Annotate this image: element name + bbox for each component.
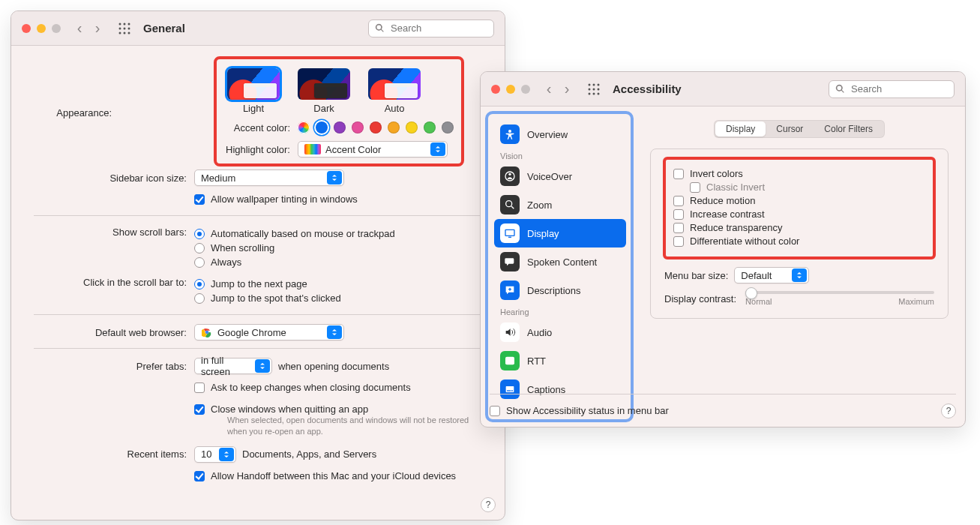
allow-wallpaper-tinting-label: Allow wallpaper tinting in windows xyxy=(211,194,358,205)
sidebar-category: Vision xyxy=(494,148,626,162)
search-input[interactable] xyxy=(389,22,479,34)
tab-color-filters[interactable]: Color Filters xyxy=(814,122,883,136)
show-all-prefs-button[interactable] xyxy=(586,81,602,98)
display-contrast-slider[interactable] xyxy=(745,291,934,294)
ask-keep-changes-checkbox[interactable]: Ask to keep changes when closing documen… xyxy=(194,382,482,393)
window-controls xyxy=(491,85,530,94)
accent-swatch[interactable] xyxy=(424,122,436,134)
sidebar-item-zoom[interactable]: Zoom xyxy=(494,190,626,219)
reduce-motion-checkbox[interactable]: Reduce motion xyxy=(673,195,925,206)
sidebar-icon-size-select[interactable]: Medium xyxy=(194,170,344,186)
checkbox-label: Reduce motion xyxy=(690,195,755,206)
default-browser-value: Google Chrome xyxy=(217,327,286,338)
svg-point-17 xyxy=(593,92,595,94)
zoom-window-button[interactable] xyxy=(521,85,530,94)
help-button[interactable]: ? xyxy=(481,497,496,512)
sidebar-item-voiceover[interactable]: VoiceOver xyxy=(494,162,626,190)
tab-cursor[interactable]: Cursor xyxy=(766,122,814,136)
highlight-color-select[interactable]: Accent Color xyxy=(298,141,448,158)
svg-point-5 xyxy=(128,27,130,29)
grid-icon xyxy=(588,83,600,95)
accent-swatch[interactable] xyxy=(334,122,346,134)
prefer-tabs-suffix: when opening documents xyxy=(278,361,389,372)
checkbox-label: Increase contrast xyxy=(690,208,765,220)
accessibility-sidebar[interactable]: OverviewVisionVoiceOverZoomDisplaySpoken… xyxy=(485,111,634,422)
increase-contrast-checkbox[interactable]: Increase contrast xyxy=(673,208,925,220)
close-windows-quit-label: Close windows when quitting an app xyxy=(211,404,368,415)
recent-items-select[interactable]: 10 xyxy=(194,446,236,463)
svg-point-19 xyxy=(508,130,511,133)
allow-wallpaper-tinting-checkbox[interactable]: Allow wallpaper tinting in windows xyxy=(194,194,482,205)
minimize-window-button[interactable] xyxy=(506,85,515,94)
sidebar-item-display[interactable]: Display xyxy=(494,219,626,248)
accent-swatch[interactable] xyxy=(370,122,382,134)
sidebar-item-overview[interactable]: Overview xyxy=(494,120,626,148)
sidebar-item-audio[interactable]: Audio xyxy=(494,318,626,346)
scroll-bars-option[interactable]: Automatically based on mouse or trackpad xyxy=(194,228,482,239)
checkbox-icon xyxy=(690,182,700,193)
search-input[interactable] xyxy=(850,82,940,95)
window-title: General xyxy=(143,22,185,34)
select-stepper-icon xyxy=(327,326,342,339)
divider xyxy=(34,215,482,216)
close-windows-quit-checkbox[interactable]: Close windows when quitting an app When … xyxy=(194,404,482,437)
appearance-dark-label: Dark xyxy=(313,103,334,114)
search-field[interactable] xyxy=(368,20,494,38)
click-scroll-bar-option-label: Jump to the spot that's clicked xyxy=(211,292,341,304)
click-scroll-bar-option[interactable]: Jump to the spot that's clicked xyxy=(194,292,482,304)
accent-swatch[interactable] xyxy=(316,122,328,134)
sidebar-item-spoken-content[interactable]: Spoken Content xyxy=(494,248,626,276)
display-settings-panel: DisplayCursorColor Filters Invert colors… xyxy=(634,106,965,427)
close-window-button[interactable] xyxy=(22,24,31,33)
display-icon xyxy=(500,224,520,243)
differentiate-without-color-checkbox[interactable]: Differentiate without color xyxy=(673,236,925,247)
menu-bar-size-select[interactable]: Default xyxy=(734,267,809,284)
forward-button[interactable]: › xyxy=(89,20,106,37)
ask-keep-changes-label: Ask to keep changes when closing documen… xyxy=(211,382,411,393)
accessibility-preferences-window: ‹ › Accessibility OverviewVisionVoiceOve… xyxy=(480,71,966,428)
show-status-menubar-checkbox[interactable]: Show Accessibility status in menu bar xyxy=(490,405,669,416)
sidebar-item-label: Spoken Content xyxy=(527,256,597,268)
invert-colors-checkbox[interactable]: Invert colors xyxy=(673,168,925,179)
nav-buttons: ‹ › xyxy=(71,20,106,37)
appearance-option-auto[interactable]: Auto xyxy=(368,68,421,114)
svg-point-15 xyxy=(598,88,600,90)
close-window-button[interactable] xyxy=(491,85,500,94)
tab-display[interactable]: Display xyxy=(715,122,766,136)
zoom-window-button[interactable] xyxy=(52,24,61,33)
select-stepper-icon xyxy=(327,171,342,184)
sidebar-item-rtt[interactable]: RTTRTT xyxy=(494,346,626,375)
accent-swatch[interactable] xyxy=(352,122,364,134)
accent-swatch[interactable] xyxy=(298,122,310,134)
show-all-prefs-button[interactable] xyxy=(116,20,133,37)
select-stepper-icon xyxy=(255,359,270,373)
back-button[interactable]: ‹ xyxy=(71,20,88,37)
scroll-bars-option[interactable]: Always xyxy=(194,256,482,268)
minimize-window-button[interactable] xyxy=(37,24,46,33)
svg-point-7 xyxy=(124,32,126,34)
accent-swatch[interactable] xyxy=(388,122,400,134)
scroll-bars-option[interactable]: When scrolling xyxy=(194,242,482,254)
sidebar-item-descriptions[interactable]: Descriptions xyxy=(494,276,626,304)
click-scroll-bar-option-label: Jump to the next page xyxy=(211,278,307,290)
forward-button[interactable]: › xyxy=(559,81,575,98)
accent-color-swatches xyxy=(298,122,454,134)
default-browser-select[interactable]: Google Chrome xyxy=(194,324,344,340)
appearance-option-light[interactable]: Light xyxy=(227,68,280,114)
appearance-option-dark[interactable]: Dark xyxy=(298,68,350,114)
click-scroll-bar-option[interactable]: Jump to the next page xyxy=(194,278,482,290)
allow-handoff-checkbox[interactable]: Allow Handoff between this Mac and your … xyxy=(194,470,482,482)
svg-point-21 xyxy=(508,173,511,176)
help-button[interactable]: ? xyxy=(941,404,956,418)
prefer-tabs-select[interactable]: in full screen xyxy=(194,358,272,374)
search-field[interactable] xyxy=(829,80,955,98)
sidebar-icon-size-value: Medium xyxy=(201,172,235,184)
accent-swatch[interactable] xyxy=(406,122,418,134)
svg-point-12 xyxy=(598,83,600,86)
recent-items-value: 10 xyxy=(201,448,211,460)
checkbox-label: Differentiate without color xyxy=(690,236,799,247)
back-button[interactable]: ‹ xyxy=(541,81,557,98)
reduce-transparency-checkbox[interactable]: Reduce transparency xyxy=(673,222,925,233)
accent-swatch[interactable] xyxy=(442,122,454,134)
display-checks-highlight-group: Invert colorsClassic InvertReduce motion… xyxy=(663,157,936,260)
